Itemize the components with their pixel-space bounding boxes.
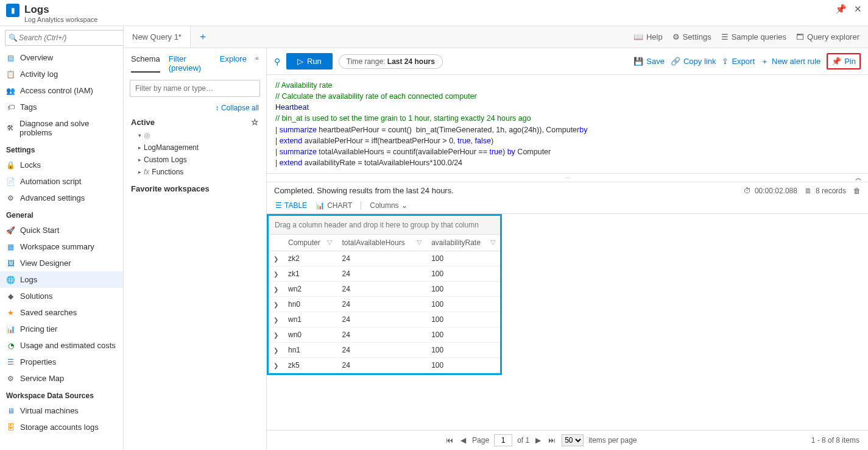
query-tab[interactable]: New Query 1* xyxy=(124,26,191,48)
sidebar-item-activity[interactable]: 📋Activity log xyxy=(0,66,123,82)
schema-node[interactable]: ▸ Custom Logs xyxy=(124,154,266,166)
table-cell: zk5 xyxy=(283,358,337,373)
table-row[interactable]: ❯zk224100 xyxy=(269,251,500,266)
schema-filter-input[interactable] xyxy=(130,80,260,97)
schema-tab[interactable]: Schema xyxy=(131,54,160,73)
lock-icon: 🔒 xyxy=(6,160,15,170)
pricing-icon: 📊 xyxy=(6,324,15,334)
expand-row-icon[interactable]: ❯ xyxy=(269,266,283,282)
filter-icon[interactable]: ▽ xyxy=(327,238,332,246)
help-button[interactable]: 📖Help xyxy=(633,32,663,41)
sidebar-item-lock[interactable]: 🔒Locks xyxy=(0,157,123,173)
sidebar-item-gear[interactable]: ⚙Advanced settings xyxy=(0,190,123,206)
sidebar-item-storage[interactable]: 🗄Storage accounts logs xyxy=(0,419,123,435)
query-explorer-button[interactable]: 🗔Query explorer xyxy=(796,32,859,41)
sidebar-item-overview[interactable]: ▤Overview xyxy=(0,49,123,66)
time-range-picker[interactable]: Time range: Last 24 hours xyxy=(339,54,443,69)
per-page-select[interactable]: 50 xyxy=(562,434,584,446)
column-header[interactable]: totalAvailableHours▽ xyxy=(337,235,426,251)
new-alert-rule-button[interactable]: ＋New alert rule xyxy=(761,56,820,67)
sidebar-item-service[interactable]: ⚙Service Map xyxy=(0,370,123,387)
schema-node[interactable]: ▸ LogManagement xyxy=(124,141,266,154)
table-row[interactable]: ❯wn124100 xyxy=(269,312,500,327)
expand-up-icon[interactable]: ︽ xyxy=(855,173,862,182)
sample-queries-button[interactable]: ☰Sample queries xyxy=(721,32,786,41)
page-input[interactable] xyxy=(494,434,512,446)
settings-button[interactable]: ⚙Settings xyxy=(672,32,711,41)
close-icon[interactable]: ✕ xyxy=(854,4,862,15)
sidebar-item-solutions[interactable]: ◆Solutions xyxy=(0,288,123,304)
columns-picker[interactable]: Columns ⌄ xyxy=(370,201,407,210)
pin-icon[interactable]: 📌 xyxy=(835,4,847,15)
table-row[interactable]: ❯zk524100 xyxy=(269,358,500,373)
column-header[interactable]: Computer▽ xyxy=(283,235,337,251)
play-icon: ▷ xyxy=(297,57,303,66)
prev-page-button[interactable]: ◀ xyxy=(459,436,467,445)
sidebar-item-usage[interactable]: ◔Usage and estimated costs xyxy=(0,337,123,354)
expand-row-icon[interactable]: ❯ xyxy=(269,358,283,373)
query-tabs-row: New Query 1* ＋ 📖Help ⚙Settings ☰Sample q… xyxy=(124,26,868,48)
table-cell: zk1 xyxy=(283,266,337,282)
expand-row-icon[interactable]: ❯ xyxy=(269,327,283,343)
sidebar-item-saved[interactable]: ★Saved searches xyxy=(0,304,123,321)
sidebar-item-diagnose[interactable]: 🛠Diagnose and solve problems xyxy=(0,115,123,141)
sidebar-item-designer[interactable]: 🖼View Designer xyxy=(0,255,123,271)
sidebar-item-props[interactable]: ☰Properties xyxy=(0,354,123,370)
sidebar-item-label: Tags xyxy=(20,102,37,112)
sidebar-item-vms[interactable]: 🖥Virtual machines xyxy=(0,402,123,419)
collapse-all-link[interactable]: ↕ Collapse all xyxy=(216,104,259,112)
filter-toggle-icon[interactable]: ⚲ xyxy=(274,57,280,66)
query-editor[interactable]: // Availability rate // Calculate the av… xyxy=(267,75,868,174)
schema-workspace-node[interactable]: ▾ ◎ xyxy=(124,129,266,141)
export-button[interactable]: ⇪Export xyxy=(722,57,755,66)
next-page-button[interactable]: ▶ xyxy=(534,436,542,445)
favorite-star-icon[interactable]: ☆ xyxy=(251,117,259,127)
page-label: Page xyxy=(472,436,489,445)
schema-node[interactable]: ▸ fx Functions xyxy=(124,166,266,178)
results-separator[interactable]: ⋯︽ xyxy=(267,174,868,182)
sidebar-item-tags[interactable]: 🏷Tags xyxy=(0,99,123,115)
expand-row-icon[interactable]: ❯ xyxy=(269,282,283,297)
column-header[interactable]: availabilityRate▽ xyxy=(426,235,500,251)
table-view-tab[interactable]: ☰TABLE xyxy=(275,201,307,210)
sidebar-item-pricing[interactable]: 📊Pricing tier xyxy=(0,321,123,337)
sidebar-item-ws[interactable]: ▦Workspace summary xyxy=(0,238,123,255)
explore-tab[interactable]: Explore xyxy=(220,54,247,73)
sidebar-item-iam[interactable]: 👥Access control (IAM) xyxy=(0,82,123,99)
expand-row-icon[interactable]: ❯ xyxy=(269,297,283,312)
table-row[interactable]: ❯wn224100 xyxy=(269,282,500,297)
elapsed-time: 00:00:02.088 xyxy=(755,187,797,195)
schema-active-group[interactable]: Active ☆ xyxy=(124,115,266,129)
gear-icon: ⚙ xyxy=(672,32,680,41)
table-row[interactable]: ❯zk124100 xyxy=(269,266,500,282)
record-count: 8 records xyxy=(816,187,846,195)
query-toolbar: ⚲ ▷Run Time range: Last 24 hours 💾Save 🔗… xyxy=(267,48,868,75)
sidebar-item-quick[interactable]: 🚀Quick Start xyxy=(0,222,123,238)
group-by-hint[interactable]: Drag a column header and drop it here to… xyxy=(269,216,500,235)
add-query-tab-button[interactable]: ＋ xyxy=(191,30,215,43)
delete-results-icon[interactable]: 🗑 xyxy=(853,187,861,195)
sidebar-item-label: Logs xyxy=(20,275,37,284)
table-row[interactable]: ❯wn024100 xyxy=(269,327,500,343)
table-row[interactable]: ❯hn124100 xyxy=(269,343,500,358)
expand-row-icon[interactable]: ❯ xyxy=(269,251,283,266)
expand-row-icon[interactable]: ❯ xyxy=(269,343,283,358)
expand-row-icon[interactable]: ❯ xyxy=(269,312,283,327)
sidebar-item-logs[interactable]: 🌐Logs xyxy=(0,271,123,288)
sidebar-item-label: Quick Start xyxy=(20,226,59,235)
run-button[interactable]: ▷Run xyxy=(286,53,333,70)
sidebar-item-script[interactable]: 📄Automation script xyxy=(0,173,123,190)
sidebar-search-input[interactable] xyxy=(5,30,124,46)
filter-icon[interactable]: ▽ xyxy=(490,238,495,246)
table-row[interactable]: ❯hn024100 xyxy=(269,297,500,312)
collapse-schema-icon[interactable]: « xyxy=(255,54,259,73)
last-page-button[interactable]: ⏭ xyxy=(547,436,557,445)
save-button[interactable]: 💾Save xyxy=(633,57,665,66)
filter-tab[interactable]: Filter (preview) xyxy=(169,54,211,73)
first-page-button[interactable]: ⏮ xyxy=(445,436,454,445)
chart-view-tab[interactable]: 📊CHART xyxy=(316,201,352,210)
copy-link-button[interactable]: 🔗Copy link xyxy=(671,57,716,66)
pin-button[interactable]: 📌Pin xyxy=(827,53,861,70)
filter-icon[interactable]: ▽ xyxy=(417,238,422,246)
results-table-highlighted: Drag a column header and drop it here to… xyxy=(267,214,502,375)
